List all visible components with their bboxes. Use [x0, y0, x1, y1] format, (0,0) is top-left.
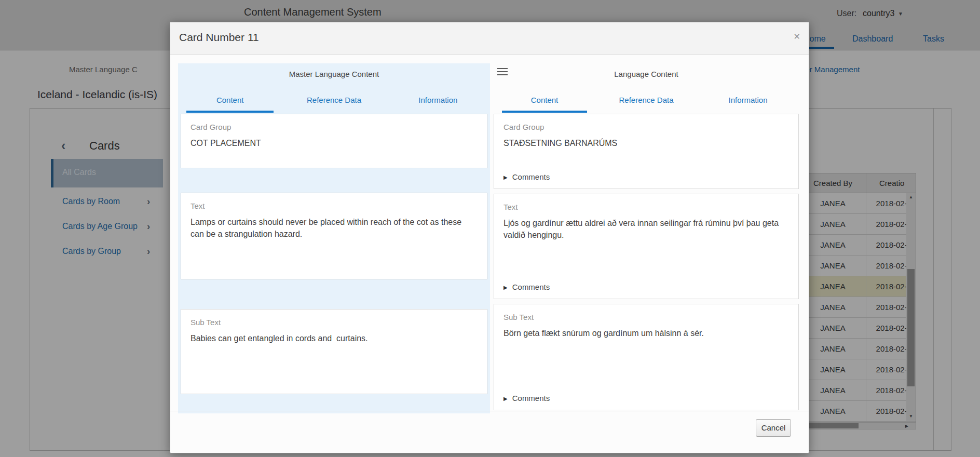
- field-text: Text Ljós og gardínur ættu aldrei að ver…: [494, 194, 799, 299]
- caret-right-icon: ▶: [503, 174, 508, 180]
- field-value: STAÐSETNING BARNARÚMS: [503, 137, 788, 149]
- field-value: Lamps or curtains should never be placed…: [190, 216, 477, 240]
- field-text: Text Lamps or curtains should never be p…: [181, 193, 487, 279]
- field-label: Card Group: [190, 123, 231, 131]
- field-label: Sub Text: [503, 313, 534, 321]
- field-label: Card Group: [503, 123, 544, 131]
- screen: Content Management System User: country3…: [0, 0, 980, 457]
- comments-expander[interactable]: ▶Comments: [503, 283, 550, 291]
- field-card-group: Card Group STAÐSETNING BARNARÚMS ▶Commen…: [494, 114, 799, 189]
- tab-reference-data-master[interactable]: Reference Data: [282, 93, 386, 111]
- field-value: Börn geta flækt snúrum og gardínum um há…: [503, 327, 788, 339]
- card-detail-modal: Card Number 11 ✕ Master Language Content…: [170, 22, 809, 453]
- language-panel: Language Content Content Reference Data …: [494, 63, 799, 413]
- field-label: Text: [503, 203, 518, 211]
- field-value: COT PLACEMENT: [190, 137, 477, 149]
- tab-reference-data-language[interactable]: Reference Data: [595, 93, 697, 111]
- tab-content-master[interactable]: Content: [178, 93, 282, 111]
- master-panel-header: Master Language Content: [178, 70, 490, 78]
- caret-right-icon: ▶: [503, 396, 508, 401]
- close-icon[interactable]: ✕: [794, 33, 800, 41]
- tab-content-language[interactable]: Content: [494, 93, 595, 111]
- language-panel-header: Language Content: [494, 70, 799, 78]
- field-label: Text: [190, 201, 205, 210]
- modal-title: Card Number 11: [179, 31, 259, 44]
- field-card-group: Card Group COT PLACEMENT: [181, 114, 487, 168]
- caret-right-icon: ▶: [503, 285, 508, 290]
- comments-label: Comments: [512, 394, 550, 402]
- footer-divider: [170, 411, 809, 411]
- modal-header: Card Number 11 ✕: [170, 22, 809, 55]
- master-panel-tabs: Content Reference Data Information: [178, 93, 490, 111]
- field-sub-text: Sub Text Börn geta flækt snúrum og gardí…: [494, 304, 799, 410]
- tab-information-master[interactable]: Information: [386, 93, 490, 111]
- field-label: Sub Text: [190, 318, 221, 327]
- field-value: Ljós og gardínur ættu aldrei að vera inn…: [503, 217, 788, 241]
- field-value: Babies can get entangled in cords and cu…: [190, 332, 477, 344]
- comments-label: Comments: [512, 283, 550, 291]
- field-sub-text: Sub Text Babies can get entangled in cor…: [181, 309, 487, 394]
- tab-information-language[interactable]: Information: [697, 93, 799, 111]
- comments-label: Comments: [512, 172, 550, 181]
- comments-expander[interactable]: ▶Comments: [503, 172, 550, 181]
- language-panel-tabs: Content Reference Data Information: [494, 93, 799, 111]
- cancel-button[interactable]: Cancel: [756, 419, 791, 437]
- master-language-panel: Master Language Content Content Referenc…: [178, 63, 490, 413]
- comments-expander[interactable]: ▶Comments: [503, 394, 550, 402]
